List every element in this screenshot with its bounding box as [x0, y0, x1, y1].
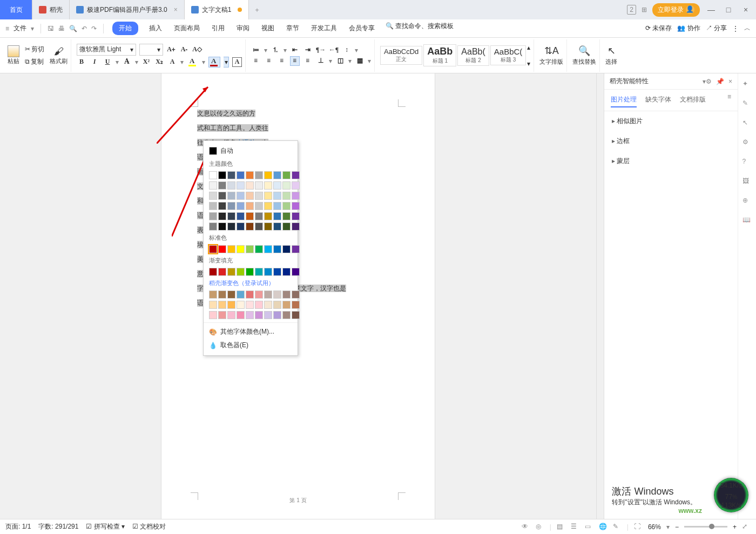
color-swatch[interactable]: [292, 192, 300, 200]
color-swatch[interactable]: [273, 181, 281, 190]
color-swatch[interactable]: [264, 192, 272, 200]
print-icon[interactable]: 🖶: [58, 25, 65, 32]
align-left-icon[interactable]: ≡: [251, 56, 261, 66]
color-swatch[interactable]: [209, 192, 217, 200]
color-swatch[interactable]: [209, 202, 217, 210]
web-view-icon[interactable]: ▭: [585, 523, 593, 531]
color-swatch[interactable]: [227, 171, 235, 179]
color-swatch[interactable]: [246, 212, 254, 220]
color-swatch[interactable]: [282, 290, 291, 299]
color-swatch[interactable]: [246, 311, 254, 319]
copy-button[interactable]: ⧉ 复制: [23, 56, 46, 67]
eye-icon[interactable]: 👁: [522, 523, 530, 531]
pointer-icon[interactable]: ↖: [742, 119, 752, 129]
color-swatch[interactable]: [246, 181, 254, 190]
decrease-font-icon[interactable]: A-: [179, 45, 189, 55]
styles-more[interactable]: ▴▾: [527, 44, 530, 67]
color-swatch[interactable]: [237, 181, 245, 190]
text-layout-group[interactable]: ⇅A 文字排版: [536, 39, 567, 72]
maximize-button[interactable]: □: [723, 5, 734, 14]
color-swatch[interactable]: [255, 181, 263, 190]
color-swatch[interactable]: [255, 192, 263, 200]
color-swatch[interactable]: [264, 290, 272, 299]
color-swatch[interactable]: [255, 171, 263, 179]
color-swatch[interactable]: [227, 222, 235, 231]
superscript-button[interactable]: X²: [141, 57, 151, 67]
color-swatch[interactable]: [218, 245, 226, 253]
color-swatch[interactable]: [209, 311, 217, 319]
file-menu[interactable]: 文件: [14, 24, 26, 33]
globe-icon[interactable]: 🌐: [599, 523, 608, 531]
italic-button[interactable]: I: [90, 57, 99, 67]
tab-current-doc[interactable]: 文字文稿1: [185, 0, 249, 19]
color-swatch[interactable]: [273, 192, 281, 200]
color-swatch[interactable]: [227, 202, 235, 210]
color-swatch[interactable]: [282, 311, 291, 319]
color-swatch[interactable]: [292, 311, 300, 319]
proofread-toggle[interactable]: ☑ 文档校对: [132, 522, 166, 531]
numbering-icon[interactable]: ⒈: [271, 45, 280, 55]
increase-font-icon[interactable]: A+: [166, 45, 176, 55]
tab-home[interactable]: 首页: [0, 0, 32, 19]
color-swatch[interactable]: [264, 311, 272, 319]
cut-button[interactable]: ✂ 剪切: [23, 44, 46, 55]
tab-pdfmanual[interactable]: 极速PDF编辑器用户手册3.0 ×: [70, 0, 185, 19]
minimize-button[interactable]: —: [705, 5, 717, 14]
find-replace-group[interactable]: 🔍 查找替换: [569, 39, 600, 72]
tab-insert[interactable]: 插入: [148, 22, 163, 35]
tab-member[interactable]: 会员专享: [348, 22, 376, 35]
color-swatch[interactable]: [255, 202, 263, 210]
settings-slider-icon[interactable]: ⚙: [742, 138, 752, 148]
rtl-icon[interactable]: ←¶: [329, 45, 339, 55]
image-icon[interactable]: 🖼: [742, 177, 752, 187]
book-icon[interactable]: 📖: [742, 216, 752, 226]
eyedropper[interactable]: 💧 取色器(E): [204, 339, 298, 352]
page-indicator[interactable]: 页面: 1/1: [5, 522, 31, 531]
color-swatch[interactable]: [209, 212, 217, 220]
color-swatch[interactable]: [209, 222, 217, 231]
share-button[interactable]: ↗ 分享: [706, 24, 727, 33]
align-distribute-icon[interactable]: ≡: [303, 56, 313, 66]
font-color-dropdown[interactable]: ▾: [224, 57, 229, 67]
color-swatch[interactable]: [273, 301, 281, 309]
zoom-in-button[interactable]: +: [733, 523, 737, 531]
color-swatch[interactable]: [246, 268, 254, 276]
color-swatch[interactable]: [264, 171, 272, 179]
color-swatch[interactable]: [255, 245, 263, 253]
color-swatch[interactable]: [209, 245, 217, 253]
color-swatch[interactable]: [218, 268, 226, 276]
collapse-ribbon-icon[interactable]: ︿: [744, 24, 751, 33]
color-swatch[interactable]: [292, 290, 300, 299]
color-swatch[interactable]: [237, 301, 245, 309]
color-swatch[interactable]: [237, 171, 245, 179]
change-case-button[interactable]: A: [167, 57, 177, 67]
color-swatch[interactable]: [246, 171, 254, 179]
panel-tab-layout[interactable]: 文档排版: [680, 93, 706, 107]
undo-icon[interactable]: ↶: [82, 25, 87, 32]
color-swatch[interactable]: [227, 245, 235, 253]
word-count[interactable]: 字数: 291/291: [38, 522, 78, 531]
help-icon[interactable]: ?: [742, 158, 752, 167]
color-swatch[interactable]: [282, 181, 291, 190]
color-swatch[interactable]: [237, 222, 245, 231]
color-auto[interactable]: 自动: [204, 144, 298, 158]
color-swatch[interactable]: [227, 311, 235, 319]
color-swatch[interactable]: [282, 301, 291, 309]
tabstop-icon[interactable]: ⊥: [316, 56, 326, 66]
vertical-scrollbar[interactable]: [596, 73, 604, 519]
color-swatch[interactable]: [292, 268, 300, 276]
tab-reference[interactable]: 引用: [211, 22, 226, 35]
gear-icon[interactable]: ⚙: [706, 78, 712, 85]
color-swatch[interactable]: [255, 301, 263, 309]
color-swatch[interactable]: [227, 290, 235, 299]
format-painter-button[interactable]: 格式刷: [50, 57, 68, 65]
strikethrough-button[interactable]: A̶: [122, 57, 132, 67]
color-swatch[interactable]: [292, 171, 300, 179]
color-swatch[interactable]: [237, 245, 245, 253]
color-swatch[interactable]: [255, 311, 263, 319]
color-swatch[interactable]: [246, 202, 254, 210]
tab-review[interactable]: 审阅: [235, 22, 251, 35]
color-swatch[interactable]: [218, 181, 226, 190]
color-swatch[interactable]: [264, 202, 272, 210]
color-swatch[interactable]: [273, 171, 281, 179]
